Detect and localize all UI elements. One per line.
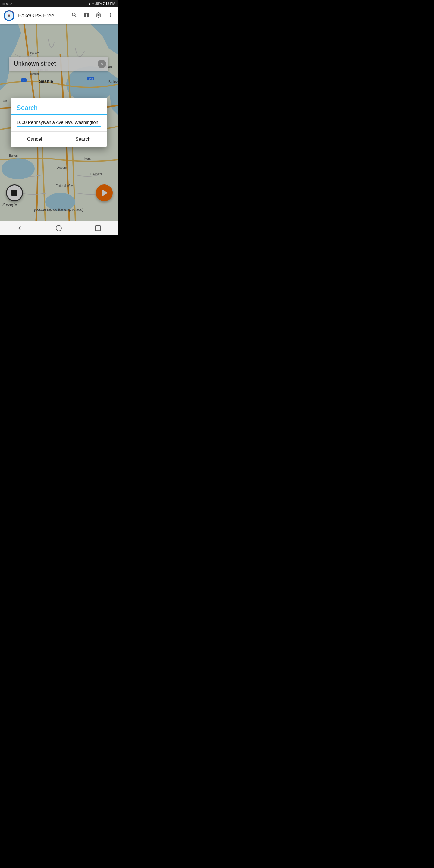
app-icon-1: ⊞ (2, 2, 5, 5)
status-icons-right: ⋮⋮ ▲ ✈ 88% 7:13 PM (81, 2, 115, 5)
wifi-icon: ▲ (88, 2, 91, 5)
home-icon (55, 224, 62, 232)
search-icon (71, 12, 78, 19)
search-button-dialog[interactable]: Search (59, 132, 107, 147)
dialog-actions: Cancel Search (10, 131, 107, 147)
bottom-navigation (0, 221, 118, 235)
battery-level: 88% (95, 2, 102, 5)
app-icon-3: ✓ (10, 2, 12, 5)
back-icon (16, 224, 23, 232)
recents-button[interactable] (92, 222, 104, 234)
search-button[interactable] (71, 12, 78, 20)
recents-icon (95, 225, 101, 231)
time-display: 7:13 PM (103, 2, 115, 5)
app-toolbar: FakeGPS Free (0, 7, 118, 24)
app-title: FakeGPS Free (18, 13, 67, 19)
cancel-button[interactable]: Cancel (10, 132, 59, 147)
map-button[interactable] (83, 12, 90, 20)
status-bar: ⊞ ◎ ✓ ⋮⋮ ▲ ✈ 88% 7:13 PM (0, 0, 118, 7)
compass-svg (4, 10, 14, 21)
location-button[interactable] (95, 12, 102, 20)
airplane-icon: ✈ (92, 2, 94, 5)
location-icon (95, 12, 102, 19)
dialog-header: Search (10, 98, 107, 114)
svg-point-4 (8, 15, 10, 16)
toolbar-actions (71, 12, 114, 20)
search-dialog: Search Cancel Search (10, 98, 107, 147)
more-vert-icon (107, 12, 114, 19)
svg-rect-35 (96, 225, 101, 230)
map-container[interactable]: Seattle Bellevue Kirkland Ballard Queen … (0, 24, 118, 221)
dialog-title: Search (17, 104, 101, 112)
svg-point-34 (56, 225, 61, 231)
vibrate-icon: ⋮⋮ (81, 2, 87, 5)
more-button[interactable] (107, 12, 114, 20)
home-button[interactable] (53, 222, 65, 234)
search-input[interactable] (17, 119, 101, 127)
back-button[interactable] (13, 222, 26, 234)
app-logo (4, 10, 14, 21)
map-icon (83, 12, 90, 19)
app-icon-2: ◎ (6, 2, 9, 5)
status-icons-left: ⊞ ◎ ✓ (2, 2, 12, 5)
dialog-input-area (10, 115, 107, 131)
